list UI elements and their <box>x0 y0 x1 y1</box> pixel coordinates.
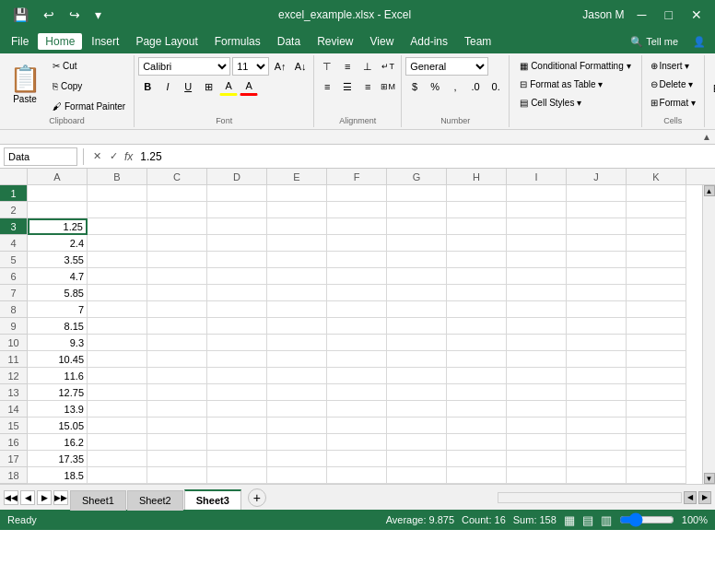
cell-g3[interactable] <box>387 218 447 235</box>
cell-a13[interactable]: 12.75 <box>28 384 88 401</box>
cell-i17[interactable] <box>507 451 567 467</box>
cell-c6[interactable] <box>147 268 207 285</box>
cell-a18[interactable]: 18.5 <box>28 467 88 484</box>
cell-b5[interactable] <box>88 252 147 268</box>
cell-d17[interactable] <box>207 451 267 467</box>
cell-b9[interactable] <box>88 318 147 335</box>
cell-a3[interactable]: 1.25 <box>28 218 88 235</box>
cell-k12[interactable] <box>627 368 686 384</box>
cell-b3[interactable] <box>88 218 147 235</box>
close-button[interactable]: ✕ <box>686 6 708 24</box>
redo-button[interactable]: ↪ <box>64 6 86 24</box>
cell-a10[interactable]: 9.3 <box>28 335 88 351</box>
cell-j10[interactable] <box>567 335 627 351</box>
corner-cell[interactable] <box>0 169 28 184</box>
wrap-text-button[interactable]: ↵T <box>379 57 397 76</box>
row-header-14[interactable]: 14 <box>0 401 27 417</box>
cell-b15[interactable] <box>88 417 147 434</box>
cell-k15[interactable] <box>627 417 686 434</box>
cell-i11[interactable] <box>507 351 567 368</box>
cell-j6[interactable] <box>567 268 627 285</box>
row-header-1[interactable]: 1 <box>0 185 27 202</box>
cell-e12[interactable] <box>267 368 327 384</box>
cell-f6[interactable] <box>327 268 387 285</box>
decrease-font-button[interactable]: A↓ <box>291 57 310 76</box>
cell-h18[interactable] <box>447 467 507 484</box>
cell-h10[interactable] <box>447 335 507 351</box>
col-header-d[interactable]: D <box>207 169 267 184</box>
cell-a11[interactable]: 10.45 <box>28 351 88 368</box>
cell-k4[interactable] <box>627 235 686 252</box>
cell-j17[interactable] <box>567 451 627 467</box>
cell-k2[interactable] <box>627 202 686 218</box>
delete-cells-button[interactable]: ⊖ Delete ▾ <box>646 76 700 93</box>
share-button[interactable]: 👤 <box>687 34 711 50</box>
cell-b1[interactable] <box>88 185 147 202</box>
cell-j3[interactable] <box>567 218 627 235</box>
grid[interactable]: 1.252.43.554.75.8578.159.310.4511.612.75… <box>28 185 702 484</box>
cell-c14[interactable] <box>147 401 207 417</box>
vertical-scrollbar[interactable]: ▲ ▼ <box>702 185 715 484</box>
col-header-g[interactable]: G <box>387 169 447 184</box>
col-header-e[interactable]: E <box>267 169 327 184</box>
horizontal-scrollbar[interactable] <box>498 492 682 503</box>
cell-f10[interactable] <box>327 335 387 351</box>
cell-e10[interactable] <box>267 335 327 351</box>
cell-i8[interactable] <box>507 301 567 318</box>
cell-g1[interactable] <box>387 185 447 202</box>
cell-e17[interactable] <box>267 451 327 467</box>
page-layout-view-button[interactable]: ▤ <box>582 513 593 527</box>
cut-button[interactable]: ✂Cut <box>48 57 130 74</box>
scroll-up-button[interactable]: ▲ <box>704 185 715 196</box>
cell-f13[interactable] <box>327 384 387 401</box>
tab-nav-first[interactable]: ◀◀ <box>4 490 18 505</box>
normal-view-button[interactable]: ▦ <box>564 513 575 527</box>
maximize-button[interactable]: □ <box>660 6 678 24</box>
cell-g10[interactable] <box>387 335 447 351</box>
row-header-18[interactable]: 18 <box>0 467 27 484</box>
comma-button[interactable]: , <box>446 77 464 96</box>
cell-c8[interactable] <box>147 301 207 318</box>
save-button[interactable]: 💾 <box>7 6 34 24</box>
cell-d3[interactable] <box>207 218 267 235</box>
col-header-j[interactable]: J <box>567 169 627 184</box>
col-header-i[interactable]: I <box>507 169 567 184</box>
row-header-2[interactable]: 2 <box>0 202 27 218</box>
row-header-8[interactable]: 8 <box>0 301 27 318</box>
cell-k7[interactable] <box>627 285 686 301</box>
row-header-12[interactable]: 12 <box>0 368 27 384</box>
cell-g2[interactable] <box>387 202 447 218</box>
cell-h2[interactable] <box>447 202 507 218</box>
cell-a15[interactable]: 15.05 <box>28 417 88 434</box>
cell-d13[interactable] <box>207 384 267 401</box>
cell-h8[interactable] <box>447 301 507 318</box>
add-sheet-button[interactable]: + <box>248 488 266 507</box>
cell-h12[interactable] <box>447 368 507 384</box>
formula-cancel-button[interactable]: ✕ <box>89 149 104 164</box>
cell-e15[interactable] <box>267 417 327 434</box>
cell-f12[interactable] <box>327 368 387 384</box>
cell-d10[interactable] <box>207 335 267 351</box>
cell-j7[interactable] <box>567 285 627 301</box>
cell-e2[interactable] <box>267 202 327 218</box>
cell-d14[interactable] <box>207 401 267 417</box>
cell-k14[interactable] <box>627 401 686 417</box>
cell-g11[interactable] <box>387 351 447 368</box>
row-header-9[interactable]: 9 <box>0 318 27 335</box>
cell-b16[interactable] <box>88 434 147 451</box>
menu-review[interactable]: Review <box>310 33 360 50</box>
cell-b12[interactable] <box>88 368 147 384</box>
cell-j14[interactable] <box>567 401 627 417</box>
italic-button[interactable]: I <box>158 77 177 96</box>
cell-d15[interactable] <box>207 417 267 434</box>
menu-team[interactable]: Team <box>457 33 498 50</box>
col-header-a[interactable]: A <box>28 169 88 184</box>
cell-k5[interactable] <box>627 252 686 268</box>
cell-f18[interactable] <box>327 467 387 484</box>
cell-j8[interactable] <box>567 301 627 318</box>
cell-i15[interactable] <box>507 417 567 434</box>
cell-d12[interactable] <box>207 368 267 384</box>
cell-d2[interactable] <box>207 202 267 218</box>
cell-j11[interactable] <box>567 351 627 368</box>
cell-k10[interactable] <box>627 335 686 351</box>
